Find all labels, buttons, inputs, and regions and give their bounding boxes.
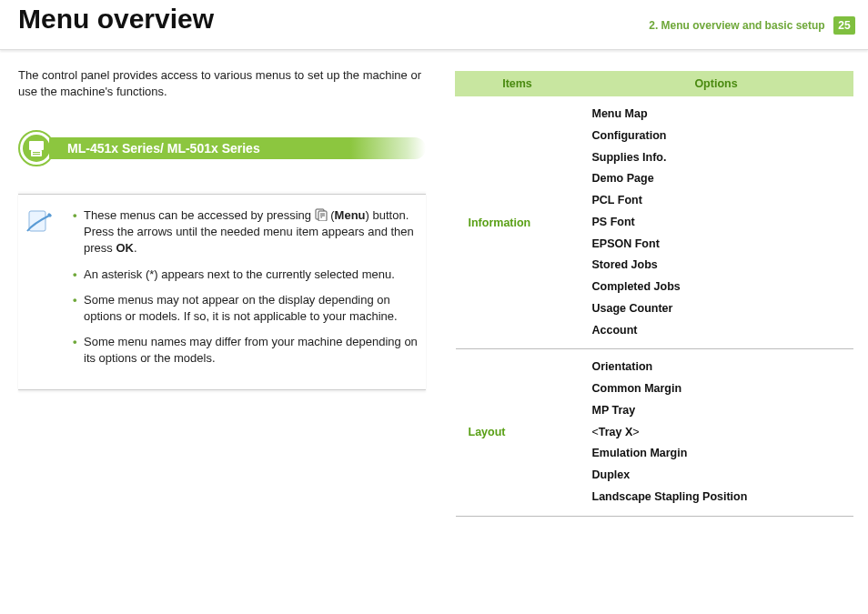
- svg-rect-4: [33, 152, 40, 153]
- intro-paragraph: The control panel provides access to var…: [18, 67, 426, 99]
- svg-rect-3: [31, 150, 42, 156]
- options-layout: Orientation Common Margin MP Tray <Tray …: [580, 349, 853, 516]
- table-header-items: Items: [456, 72, 580, 96]
- item-information: Information: [456, 96, 580, 349]
- page-title: Menu overview: [18, 4, 214, 35]
- svg-rect-6: [29, 211, 45, 231]
- page-number-badge: 25: [833, 16, 855, 35]
- menu-button-icon: *: [315, 208, 328, 221]
- options-information: Menu Map Configuration Supplies Info. De…: [580, 96, 853, 349]
- svg-rect-5: [33, 154, 40, 155]
- table-row: Layout Orientation Common Margin MP Tray…: [456, 349, 853, 516]
- breadcrumb: 2. Menu overview and basic setup 25: [649, 16, 855, 35]
- item-layout: Layout: [456, 349, 580, 516]
- table-row: Information Menu Map Configuration Suppl…: [456, 96, 853, 349]
- note-item-2: An asterisk (*) appears next to the curr…: [73, 267, 420, 283]
- header-bar: Menu overview 2. Menu overview and basic…: [0, 0, 868, 50]
- breadcrumb-text: 2. Menu overview and basic setup: [649, 19, 824, 32]
- note-icon: [24, 207, 53, 237]
- menu-table: Items Options Information Menu Map Confi…: [455, 71, 853, 517]
- note-item-3: Some menus may not appear on the display…: [73, 292, 420, 325]
- table-header-options: Options: [580, 72, 853, 96]
- svg-rect-2: [29, 141, 44, 150]
- series-heading: ML-451x Series/ ML-501x Series: [18, 130, 426, 166]
- note-item-1: These menus can be accessed by pressing …: [73, 207, 420, 257]
- note-item-4: Some menu names may differ from your mac…: [73, 334, 420, 367]
- series-label: ML-451x Series/ ML-501x Series: [49, 137, 426, 159]
- note-box: These menus can be accessed by pressing …: [18, 194, 426, 390]
